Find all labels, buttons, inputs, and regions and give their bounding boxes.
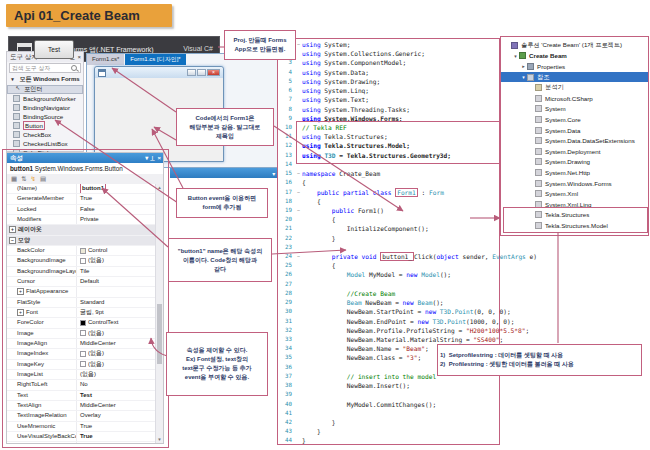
- property-row[interactable]: LockedFalse: [7, 205, 156, 215]
- scroll-down-icon[interactable]: ▼: [156, 436, 163, 443]
- toolbox-item[interactable]: ↖포인터: [7, 85, 83, 94]
- toolbox-item[interactable]: BindingSource: [7, 112, 83, 121]
- property-row[interactable]: ImageList(없음): [7, 370, 156, 380]
- properties-titlebar[interactable]: 속성 ▾ ⊤ ×: [7, 153, 163, 163]
- chevron-expanded-icon[interactable]: ▾: [520, 74, 527, 80]
- categorized-icon[interactable]: ▦: [11, 175, 17, 183]
- close-icon[interactable]: ×: [157, 153, 161, 163]
- property-row[interactable]: BackgroundImage(없음): [7, 256, 156, 266]
- solution-tree-item[interactable]: Tekla.Structures: [501, 210, 648, 221]
- toolbox-item[interactable]: BindingNavigator: [7, 103, 83, 112]
- solution-tree-label: System.Data.DataSetExtensions: [545, 137, 635, 144]
- property-row[interactable]: GenerateMemberTrue: [7, 194, 156, 204]
- solution-tree-label: System.Data: [545, 127, 580, 134]
- properties-scrollbar[interactable]: ▲ ▼: [155, 184, 163, 443]
- property-row[interactable]: ImageAlignMiddleCenter: [7, 339, 156, 349]
- toolbox-item[interactable]: Button: [7, 121, 83, 130]
- solution-tree-item[interactable]: System.Windows.Forms: [501, 178, 648, 189]
- toolbox-search-placeholder: 검색 도구 상자: [12, 65, 50, 71]
- chevron-collapsed-icon[interactable]: ▸: [520, 63, 527, 69]
- solution-tree-item[interactable]: Microsoft.CSharp: [501, 93, 648, 104]
- bindingsource-icon: [13, 113, 20, 120]
- solution-tree-item[interactable]: System.Data.DataSetExtensions: [501, 135, 648, 146]
- property-category-row[interactable]: +레이아웃: [7, 225, 156, 235]
- property-row[interactable]: (Name)button1: [7, 184, 156, 194]
- solution-tree-item[interactable]: System: [501, 104, 648, 115]
- test-button[interactable]: Test: [34, 40, 74, 59]
- property-row[interactable]: BackgroundImageLayouTile: [7, 267, 156, 277]
- toolbox-group-header[interactable]: ▾ 모든 Windows Forms: [7, 74, 83, 85]
- solution-tree-item[interactable]: System.Drawing: [501, 157, 648, 168]
- code-line: 11using Tekla.Structures;: [278, 132, 537, 141]
- code-line: 39: [278, 390, 537, 399]
- solution-tree-item[interactable]: ▸Properties: [501, 61, 648, 72]
- pin-icon[interactable]: ⊤: [150, 153, 155, 163]
- property-value: Control: [88, 246, 107, 255]
- form-icon: [98, 69, 106, 77]
- docked-window-titlebar[interactable]: ▾ ⊤ ×: [170, 168, 290, 178]
- solution-tree-item[interactable]: ▾참조: [501, 72, 648, 83]
- chevron-down-icon[interactable]: ▾: [145, 153, 148, 163]
- code-line: 27: [278, 280, 537, 289]
- solution-tree-label: System.Xml.Linq: [545, 201, 591, 208]
- solution-tree-item[interactable]: System.Deployment: [501, 146, 648, 157]
- property-category-row[interactable]: −모양: [7, 236, 156, 246]
- solution-tree-item[interactable]: System.Core: [501, 114, 648, 125]
- property-row[interactable]: Image(없음): [7, 329, 156, 339]
- scroll-up-icon[interactable]: ▲: [156, 184, 163, 191]
- property-row[interactable]: ImageKey(없음): [7, 360, 156, 370]
- property-row[interactable]: TextImageRelationOverlay: [7, 411, 156, 421]
- solution-tree-label: 참조: [537, 73, 549, 82]
- property-row[interactable]: BackColorControl: [7, 246, 156, 256]
- properties-object-selector[interactable]: button1 System.Windows.Forms.Button: [7, 163, 163, 174]
- solution-tree-label: Tekla.Structures.Model: [545, 222, 608, 229]
- tab-form1-cs[interactable]: Form1.cs*: [87, 54, 124, 65]
- code-line: 29 Beam NewBeam = new Beam();: [278, 298, 537, 307]
- tab-form1-design[interactable]: Form1.cs [디자인]*: [125, 54, 185, 65]
- toolbox-item[interactable]: BackgroundWorker: [7, 94, 83, 103]
- chevron-down-icon[interactable]: ▾: [272, 170, 275, 177]
- toolbox-search-input[interactable]: 검색 도구 상자: [9, 63, 81, 73]
- solution-tree-item[interactable]: System.Xml: [501, 188, 648, 199]
- solution-tree-label: System: [545, 105, 566, 112]
- form-titlebar[interactable]: ×: [95, 67, 223, 78]
- property-row[interactable]: TextAlignMiddleCenter: [7, 401, 156, 411]
- assembly-icon: [535, 222, 542, 229]
- property-row[interactable]: UseWaitCursorFalse: [7, 442, 156, 443]
- property-row[interactable]: UseMnemonicTrue: [7, 422, 156, 432]
- solution-tree-item[interactable]: System.Xml.Linq: [501, 199, 648, 210]
- property-value: False: [80, 442, 95, 443]
- property-grid: (Name)button1GenerateMemberTrueLockedFal…: [7, 184, 156, 443]
- solution-tree-item[interactable]: ▾Create Beam: [501, 51, 648, 62]
- property-row[interactable]: ImageIndex(없음): [7, 349, 156, 359]
- solution-tree-item[interactable]: System.Net.Http: [501, 167, 648, 178]
- events-icon[interactable]: ↯: [31, 175, 36, 183]
- solution-tree-item[interactable]: Tekla.Structures.Model: [501, 220, 648, 231]
- property-row[interactable]: TextTest: [7, 391, 156, 401]
- property-row[interactable]: CursorDefault: [7, 277, 156, 287]
- toolbox-item[interactable]: CheckBox: [7, 130, 83, 139]
- close-icon[interactable]: ×: [77, 52, 81, 62]
- scrollbar-thumb[interactable]: [157, 304, 162, 364]
- close-button[interactable]: ×: [207, 69, 220, 76]
- property-row[interactable]: ForeColorControlText: [7, 318, 156, 328]
- property-row[interactable]: ModifiersPrivate: [7, 215, 156, 225]
- property-value: Overlay: [80, 411, 101, 420]
- code-line: 23: [278, 243, 537, 252]
- solution-tree-item[interactable]: 분석기: [501, 82, 648, 93]
- property-row[interactable]: +Font굴림, 9pt: [7, 308, 156, 318]
- chevron-expanded-icon[interactable]: ▾: [512, 53, 519, 59]
- maximize-button[interactable]: [197, 69, 206, 76]
- property-row[interactable]: FlatStyleStandard: [7, 298, 156, 308]
- solution-tree-item[interactable]: 솔루션 'Create Beam' (1개 프로젝트): [501, 40, 648, 51]
- minimize-button[interactable]: [187, 69, 196, 76]
- property-pages-icon[interactable]: ▤: [40, 175, 46, 183]
- toolbox-item[interactable]: CheckedListBox: [7, 139, 83, 148]
- property-row[interactable]: RightToLeftNo: [7, 380, 156, 390]
- property-value: No: [80, 380, 88, 389]
- property-row[interactable]: +FlatAppearance: [7, 287, 156, 297]
- property-row[interactable]: UseVisualStyleBackColoTrue: [7, 432, 156, 442]
- code-editor[interactable]: 1−using System;2using System.Collections…: [277, 38, 500, 445]
- solution-tree-item[interactable]: System.Data: [501, 125, 648, 136]
- alphabetical-icon[interactable]: ⇅: [21, 175, 26, 183]
